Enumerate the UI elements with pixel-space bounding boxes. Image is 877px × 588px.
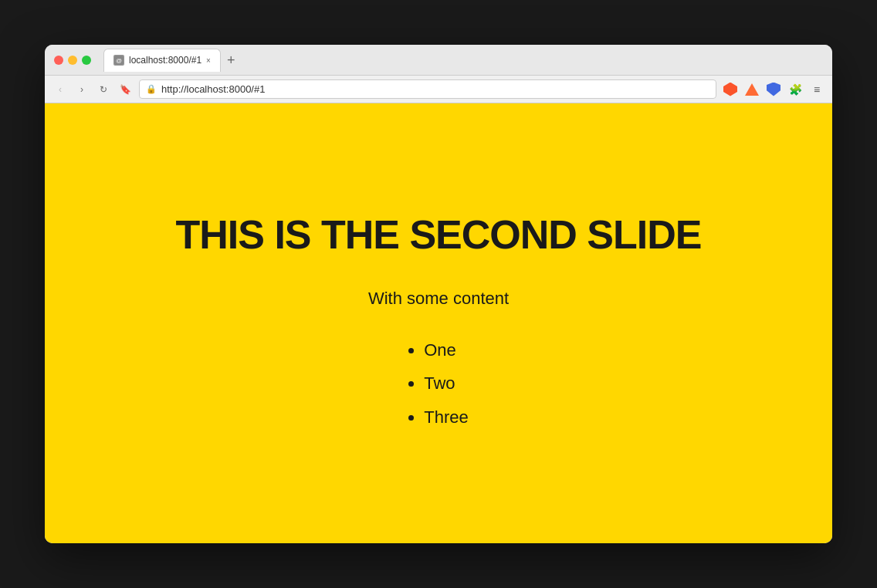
tab-close-button[interactable]: × — [206, 56, 211, 65]
brave-rewards-icon[interactable] — [744, 82, 760, 97]
tab-bar: @ localhost:8000/#1 × + — [103, 49, 823, 72]
minimize-window-button[interactable] — [68, 56, 77, 65]
list-item: Three — [424, 402, 468, 433]
maximize-window-button[interactable] — [82, 56, 91, 65]
list-item: Two — [424, 368, 468, 399]
browser-toolbar-icons: 🧩 ≡ — [723, 82, 825, 97]
new-tab-button[interactable]: + — [224, 53, 239, 67]
slide-list: One Two Three — [408, 332, 468, 436]
brave-shield-icon[interactable] — [723, 82, 738, 97]
svg-text:@: @ — [116, 57, 122, 64]
close-window-button[interactable] — [54, 56, 63, 65]
slide-subtitle: With some content — [368, 289, 509, 309]
traffic-lights — [54, 56, 91, 65]
ublock-icon[interactable] — [766, 82, 781, 97]
browser-window: @ localhost:8000/#1 × + ‹ › ↻ 🔖 🔒 http:/… — [45, 45, 832, 543]
back-button[interactable]: ‹ — [52, 82, 68, 97]
address-bar: ‹ › ↻ 🔖 🔒 http://localhost:8000/#1 🧩 ≡ — [45, 76, 832, 103]
url-text: http://localhost:8000/#1 — [161, 83, 265, 95]
browser-tab[interactable]: @ localhost:8000/#1 × — [103, 49, 221, 72]
bookmark-button[interactable]: 🔖 — [117, 82, 133, 97]
title-bar: @ localhost:8000/#1 × + — [45, 45, 832, 76]
slide-content: THIS IS THE SECOND SLIDE With some conte… — [45, 103, 832, 543]
extensions-icon[interactable]: 🧩 — [787, 82, 803, 97]
list-item: One — [424, 335, 468, 366]
tab-title: localhost:8000/#1 — [129, 55, 201, 66]
reload-button[interactable]: ↻ — [96, 82, 111, 97]
tab-favicon: @ — [113, 55, 124, 66]
address-input[interactable]: 🔒 http://localhost:8000/#1 — [139, 79, 716, 99]
security-icon: 🔒 — [146, 84, 157, 94]
menu-icon[interactable]: ≡ — [809, 82, 825, 97]
forward-button[interactable]: › — [74, 82, 90, 97]
slide-title: THIS IS THE SECOND SLIDE — [176, 211, 702, 258]
